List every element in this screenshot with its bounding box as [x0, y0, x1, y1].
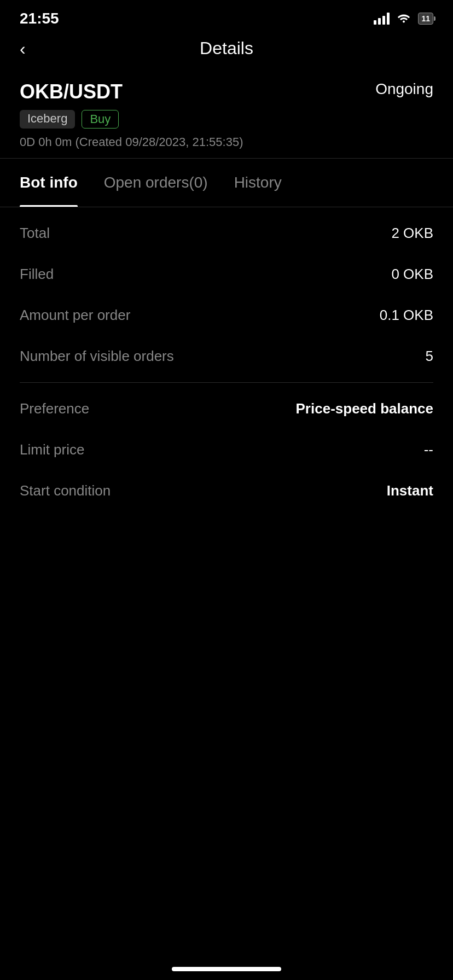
label-limit-price: Limit price	[20, 441, 84, 458]
battery-icon: 11	[418, 13, 433, 25]
tab-history[interactable]: History	[234, 159, 282, 207]
pair-row: OKB/USDT Ongoing	[20, 80, 433, 103]
status-icons: 11	[374, 11, 433, 26]
value-total: 2 OKB	[391, 225, 433, 242]
bot-info-section-1: Total 2 OKB Filled 0 OKB Amount per orde…	[0, 207, 453, 382]
info-row-total: Total 2 OKB	[20, 213, 433, 254]
page-title: Details	[200, 38, 253, 59]
status-bar: 21:55 11	[0, 0, 453, 33]
back-button[interactable]: ‹	[20, 40, 26, 57]
info-row-start-condition: Start condition Instant	[20, 470, 433, 511]
label-preference: Preference	[20, 400, 89, 417]
status-time: 21:55	[20, 10, 59, 27]
value-preference: Price-speed balance	[296, 400, 433, 417]
tag-iceberg: Iceberg	[20, 110, 75, 129]
tab-bot-info[interactable]: Bot info	[20, 159, 78, 207]
value-visible-orders: 5	[426, 348, 433, 365]
wifi-icon	[396, 11, 411, 26]
home-indicator	[172, 967, 281, 971]
info-row-preference: Preference Price-speed balance	[20, 388, 433, 429]
value-filled: 0 OKB	[391, 266, 433, 283]
label-amount-per-order: Amount per order	[20, 307, 130, 324]
info-row-amount-per-order: Amount per order 0.1 OKB	[20, 295, 433, 336]
label-filled: Filled	[20, 266, 54, 283]
label-total: Total	[20, 225, 50, 242]
bot-info-section-2: Preference Price-speed balance Limit pri…	[0, 383, 453, 517]
info-row-filled: Filled 0 OKB	[20, 254, 433, 295]
tags-row: Iceberg Buy	[20, 110, 433, 129]
timestamp: 0D 0h 0m (Created 09/28/2023, 21:55:35)	[20, 135, 243, 149]
pair-name: OKB/USDT	[20, 80, 123, 103]
label-visible-orders: Number of visible orders	[20, 348, 174, 365]
info-row-limit-price: Limit price --	[20, 429, 433, 470]
tag-buy: Buy	[82, 110, 119, 129]
value-limit-price: --	[424, 441, 433, 458]
tab-open-orders[interactable]: Open orders(0)	[104, 159, 208, 207]
tabs-bar: Bot info Open orders(0) History	[0, 159, 453, 207]
header: ‹ Details	[0, 33, 453, 69]
pair-section: OKB/USDT Ongoing Iceberg Buy 0D 0h 0m (C…	[0, 69, 453, 158]
signal-icon	[374, 13, 390, 25]
status-badge: Ongoing	[375, 80, 433, 98]
value-start-condition: Instant	[387, 482, 433, 499]
info-row-visible-orders: Number of visible orders 5	[20, 336, 433, 377]
value-amount-per-order: 0.1 OKB	[380, 307, 433, 324]
label-start-condition: Start condition	[20, 482, 111, 499]
